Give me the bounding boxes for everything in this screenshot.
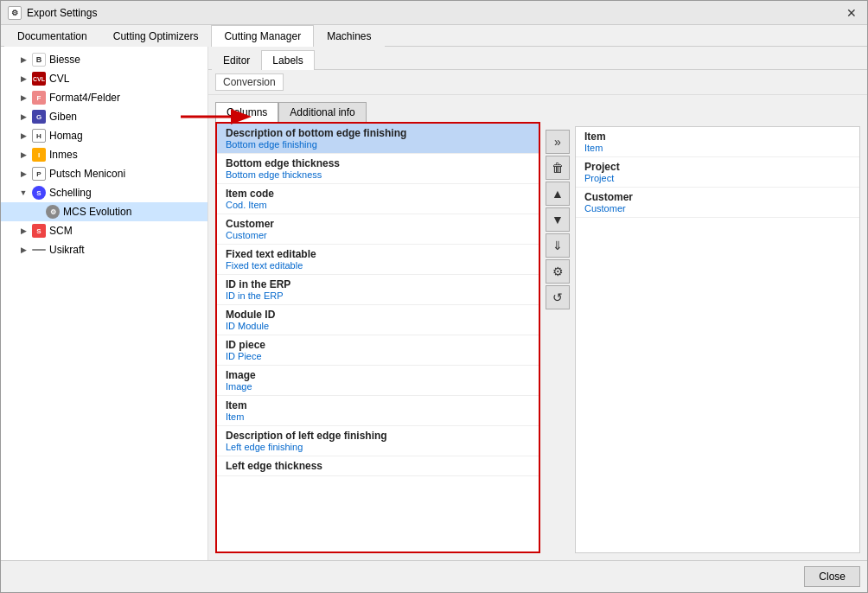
sidebar-icon: H <box>32 129 46 143</box>
refresh-button[interactable]: ↺ <box>546 285 570 309</box>
add-all-button[interactable]: » <box>546 130 570 154</box>
sidebar-item-putsch-meniconi[interactable]: ▶PPutsch Meniconi <box>1 164 207 183</box>
expander-icon: ▶ <box>18 131 29 141</box>
sidebar-icon: CVL <box>32 72 46 86</box>
sidebar: ▶BBiesse▶CVLCVL▶FFormat4/Felder▶GGiben▶H… <box>1 47 208 560</box>
title-bar-left: ⚙ Export Settings <box>8 6 97 20</box>
expander-icon: ▶ <box>18 73 29 84</box>
action-buttons-panel: »🗑▲▼⇓⚙↺ <box>544 126 571 553</box>
right-list-item[interactable]: ItemItem <box>576 127 859 157</box>
expander-icon: ▶ <box>18 245 29 255</box>
sidebar-item-label: Format4/Felder <box>49 92 120 104</box>
expander-icon: ▶ <box>18 150 29 160</box>
list-item[interactable]: Description of bottom edge finishingBott… <box>217 124 539 154</box>
sidebar-item-cvl[interactable]: ▶CVLCVL <box>1 69 207 88</box>
right-list-item-sub: Item <box>584 143 851 153</box>
sidebar-item-label: Giben <box>49 111 77 123</box>
sidebar-item-biesse[interactable]: ▶BBiesse <box>1 50 207 69</box>
sidebar-icon <box>32 249 46 251</box>
list-item[interactable]: ImageImage <box>217 366 539 396</box>
sidebar-item-label: Biesse <box>49 54 80 66</box>
list-item-sub: Bottom edge finishing <box>226 139 530 150</box>
columns-list: Description of bottom edge finishingBott… <box>217 124 539 552</box>
conversion-bar: Conversion <box>208 70 867 95</box>
sidebar-item-homag[interactable]: ▶HHomag <box>1 126 207 145</box>
window-title: Export Settings <box>27 7 97 19</box>
list-item[interactable]: Bottom edge thicknessBottom edge thickne… <box>217 154 539 184</box>
top-tab-machines[interactable]: Machines <box>314 25 384 47</box>
list-item[interactable]: Left edge thickness <box>217 456 539 476</box>
inner-tab-bar: EditorLabels <box>208 47 867 70</box>
list-item[interactable]: ItemItem <box>217 396 539 426</box>
list-item[interactable]: Item codeCod. Item <box>217 184 539 214</box>
list-item-title: Item code <box>226 188 530 200</box>
sidebar-item-schelling[interactable]: ▼SSchelling <box>1 183 207 202</box>
inner-tab-editor[interactable]: Editor <box>212 50 261 70</box>
sidebar-icon: B <box>32 53 46 67</box>
list-item-sub: Cod. Item <box>226 200 530 210</box>
sidebar-item-format4/felder[interactable]: ▶FFormat4/Felder <box>1 88 207 107</box>
conversion-tab[interactable]: Conversion <box>215 73 284 91</box>
list-item-sub: Customer <box>226 230 530 240</box>
columns-tab-additional-info[interactable]: Additional info <box>278 102 366 122</box>
delete-button[interactable]: 🗑 <box>546 156 570 180</box>
sidebar-icon: G <box>32 110 46 124</box>
list-item-sub: ID Module <box>226 321 530 331</box>
sidebar-item-mcs-evolution[interactable]: ⚙MCS Evolution <box>1 202 207 221</box>
expander-icon: ▶ <box>18 226 29 236</box>
sidebar-item-usikraft[interactable]: ▶Usikraft <box>1 240 207 259</box>
list-item[interactable]: ID in the ERPID in the ERP <box>217 275 539 305</box>
bottom-bar: Close <box>1 560 867 592</box>
list-item-sub: Fixed text editable <box>226 260 530 271</box>
sidebar-item-label: Homag <box>49 130 83 142</box>
inner-tab-labels[interactable]: Labels <box>261 50 314 70</box>
move-up-button[interactable]: ▲ <box>546 182 570 206</box>
right-list-header <box>575 102 860 126</box>
sidebar-item-label: CVL <box>49 73 69 85</box>
sidebar-item-label: Usikraft <box>49 244 85 256</box>
list-item-sub: Image <box>226 381 530 392</box>
sidebar-item-label: MCS Evolution <box>63 206 131 218</box>
title-bar: ⚙ Export Settings ✕ <box>1 1 867 25</box>
sidebar-item-inmes[interactable]: ▶IInmes <box>1 145 207 164</box>
main-window: ⚙ Export Settings ✕ DocumentationCutting… <box>0 0 868 593</box>
list-item-title: Item <box>226 399 530 411</box>
top-tab-cutting-manager[interactable]: Cutting Manager <box>211 25 314 47</box>
list-item[interactable]: ID pieceID Piece <box>217 335 539 366</box>
list-item[interactable]: Fixed text editableFixed text editable <box>217 245 539 275</box>
sidebar-item-giben[interactable]: ▶GGiben <box>1 107 207 126</box>
sidebar-icon: P <box>32 167 46 181</box>
right-list-item[interactable]: CustomerCustomer <box>576 188 859 218</box>
list-item-title: Fixed text editable <box>226 248 530 260</box>
close-window-button[interactable]: ✕ <box>843 4 860 22</box>
expander-icon: ▼ <box>18 188 29 198</box>
move-bottom-button[interactable]: ⇓ <box>546 233 570 258</box>
move-down-button[interactable]: ▼ <box>546 207 570 232</box>
sidebar-item-scm[interactable]: ▶SSCM <box>1 221 207 240</box>
sidebar-item-label: SCM <box>49 225 73 237</box>
columns-tab-columns[interactable]: Columns <box>215 102 278 122</box>
columns-tab-bar: ColumnsAdditional info <box>215 102 540 122</box>
right-list-item[interactable]: ProjectProject <box>576 157 859 188</box>
settings-button[interactable]: ⚙ <box>546 259 570 284</box>
top-tab-bar: DocumentationCutting OptimizersCutting M… <box>1 25 867 47</box>
list-item[interactable]: Description of left edge finishingLeft e… <box>217 426 539 456</box>
list-item-title: ID in the ERP <box>226 278 530 290</box>
top-tab-cutting-optimizers[interactable]: Cutting Optimizers <box>100 25 212 47</box>
right-list-section: ItemItemProjectProjectCustomerCustomer <box>575 102 860 553</box>
list-item-title: Left edge thickness <box>226 460 530 472</box>
columns-area: ColumnsAdditional info Description of bo… <box>208 95 867 560</box>
top-tab-documentation[interactable]: Documentation <box>4 25 100 47</box>
sidebar-icon: F <box>32 91 46 105</box>
list-item-sub: Bottom edge thickness <box>226 169 530 180</box>
right-list-item-sub: Customer <box>584 203 851 214</box>
right-panel: EditorLabels Conversion ColumnsAdditiona… <box>208 47 867 560</box>
right-list-item-title: Project <box>584 161 851 173</box>
list-item[interactable]: Module IDID Module <box>217 305 539 335</box>
list-item[interactable]: CustomerCustomer <box>217 214 539 245</box>
sidebar-item-label: Inmes <box>49 149 78 161</box>
list-item-title: Bottom edge thickness <box>226 157 530 169</box>
right-list-item-title: Customer <box>584 191 851 203</box>
columns-list-container: Description of bottom edge finishingBott… <box>215 122 540 553</box>
close-button[interactable]: Close <box>804 566 860 587</box>
